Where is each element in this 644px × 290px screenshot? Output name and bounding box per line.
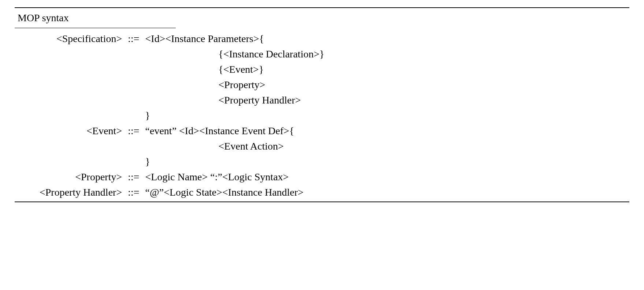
rhs-line: “@”<Logic State><Instance Handler> (145, 185, 324, 200)
grammar-title: MOP syntax (18, 10, 629, 26)
rule-op: ::= (125, 169, 142, 185)
grammar-table: <Specification> ::= <Id><Instance Parame… (37, 31, 327, 200)
rule-rhs: “event” <Id><Instance Event Def>{ <Event… (142, 123, 327, 169)
rhs-line: <Event Action> (145, 139, 324, 154)
rhs-text: {<Event>} (219, 64, 264, 75)
rhs-line: <Property> (145, 77, 324, 93)
rhs-line: } (145, 108, 324, 123)
rule-op: ::= (125, 31, 142, 123)
rule-rhs: “@”<Logic State><Instance Handler> (142, 185, 327, 200)
rule-property: <Property> ::= <Logic Name> “:”<Logic Sy… (37, 169, 327, 185)
rule-specification: <Specification> ::= <Id><Instance Parame… (37, 31, 327, 123)
grammar-container: MOP syntax <Specification> ::= <Id><Inst… (15, 7, 629, 202)
rhs-line: “event” <Id><Instance Event Def>{ (145, 123, 324, 139)
rule-lhs: <Event> (37, 123, 125, 169)
rhs-line: <Property Handler> (145, 93, 324, 108)
rule-event: <Event> ::= “event” <Id><Instance Event … (37, 123, 327, 169)
rhs-line: <Logic Name> “:”<Logic Syntax> (145, 169, 324, 185)
rhs-text: <Property Handler> (219, 94, 301, 106)
rule-op: ::= (125, 123, 142, 169)
top-rule (15, 7, 629, 8)
rule-lhs: <Property> (37, 169, 125, 185)
rule-property-handler: <Property Handler> ::= “@”<Logic State><… (37, 185, 327, 200)
rhs-line: {<Event>} (145, 62, 324, 77)
rule-rhs: <Logic Name> “:”<Logic Syntax> (142, 169, 327, 185)
rhs-line: <Id><Instance Parameters>{ (145, 31, 324, 46)
rhs-text: {<Instance Declaration>} (219, 48, 324, 60)
rhs-line: } (145, 154, 324, 169)
rule-lhs: <Property Handler> (37, 185, 125, 200)
rule-op: ::= (125, 185, 142, 200)
rhs-text: <Event Action> (219, 140, 284, 152)
rule-lhs: <Specification> (37, 31, 125, 123)
rhs-line: {<Instance Declaration>} (145, 46, 324, 62)
rule-rhs: <Id><Instance Parameters>{ {<Instance De… (142, 31, 327, 123)
title-underline (15, 28, 176, 28)
bottom-rule (15, 202, 629, 202)
rhs-text: <Property> (219, 79, 265, 90)
